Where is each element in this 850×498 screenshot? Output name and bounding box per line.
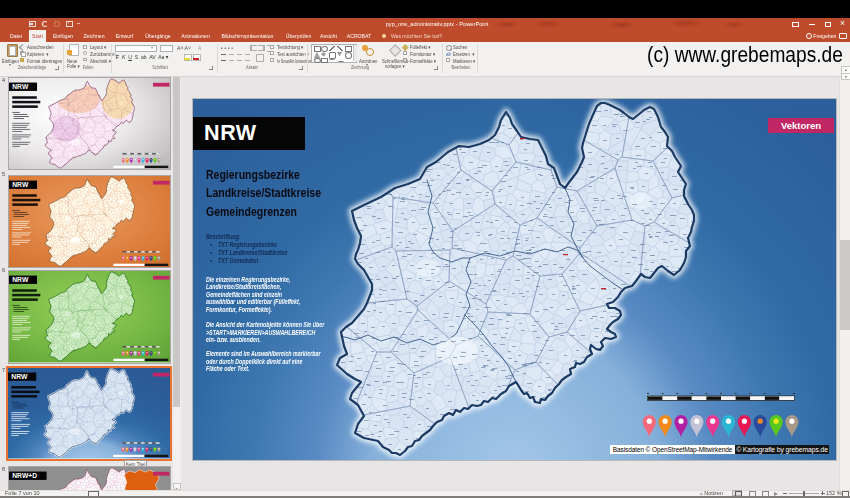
svg-text:NRW: NRW	[12, 276, 29, 283]
svg-text:NRW: NRW	[12, 83, 29, 90]
svg-text:NRW: NRW	[11, 373, 28, 380]
svg-text:NRW: NRW	[12, 181, 29, 188]
svg-text:NRW+D: NRW+D	[12, 472, 37, 479]
